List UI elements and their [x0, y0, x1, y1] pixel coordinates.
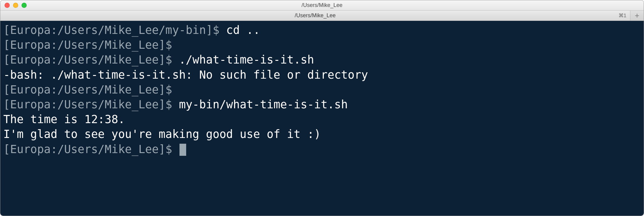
plus-icon: +: [635, 11, 639, 20]
command: my-bin/what-time-is-it.sh: [179, 98, 348, 111]
prompt: [Europa:/Users/Mike_Lee]$: [3, 143, 179, 156]
terminal-line: -bash: ./what-time-is-it.sh: No such fil…: [3, 67, 641, 82]
close-icon[interactable]: [5, 3, 10, 8]
prompt: [Europa:/Users/Mike_Lee]$: [3, 53, 179, 66]
prompt: [Europa:/Users/Mike_Lee]$: [3, 83, 179, 96]
output: The time is 12:38.: [3, 113, 125, 126]
output: I'm glad to see you're making good use o…: [3, 128, 321, 141]
output: -bash: ./what-time-is-it.sh: No such fil…: [3, 68, 368, 81]
terminal-line: [Europa:/Users/Mike_Lee]$: [3, 38, 641, 52]
terminal-body[interactable]: [Europa:/Users/Mike_Lee/my-bin]$ cd ..[E…: [0, 21, 644, 216]
terminal-line: [Europa:/Users/Mike_Lee]$ my-bin/what-ti…: [3, 97, 641, 112]
minimize-icon[interactable]: [13, 3, 18, 8]
window-title: /Users/Mike_Lee: [0, 2, 644, 8]
terminal-line: The time is 12:38.: [3, 112, 641, 127]
new-tab-button[interactable]: +: [630, 11, 644, 21]
zoom-icon[interactable]: [22, 3, 27, 8]
terminal-line: [Europa:/Users/Mike_Lee]$: [3, 82, 641, 97]
terminal-line: [Europa:/Users/Mike_Lee/my-bin]$ cd ..: [3, 23, 641, 38]
traffic-lights: [5, 3, 27, 8]
tab-1[interactable]: /Users/Mike_Lee ⌘1: [0, 11, 630, 21]
tab-title: /Users/Mike_Lee: [295, 12, 336, 19]
terminal-window: /Users/Mike_Lee /Users/Mike_Lee ⌘1 + [Eu…: [0, 0, 644, 216]
tabbar: /Users/Mike_Lee ⌘1 +: [0, 11, 644, 21]
terminal-line: [Europa:/Users/Mike_Lee]$ ./what-time-is…: [3, 52, 641, 67]
command: ./what-time-is-it.sh: [179, 53, 314, 66]
tab-shortcut: ⌘1: [619, 12, 626, 19]
prompt: [Europa:/Users/Mike_Lee]$: [3, 38, 179, 51]
cursor: [179, 144, 186, 156]
prompt: [Europa:/Users/Mike_Lee/my-bin]$: [3, 24, 226, 37]
terminal-line: I'm glad to see you're making good use o…: [3, 127, 641, 142]
titlebar[interactable]: /Users/Mike_Lee: [0, 0, 644, 11]
command: cd ..: [226, 24, 260, 37]
prompt: [Europa:/Users/Mike_Lee]$: [3, 98, 179, 111]
terminal-line: [Europa:/Users/Mike_Lee]$: [3, 142, 641, 157]
